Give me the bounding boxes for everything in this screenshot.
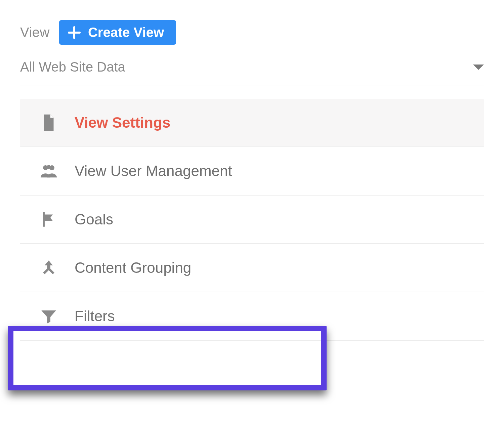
menu-item-view-user-management[interactable]: View User Management	[20, 147, 484, 196]
menu-item-label: View User Management	[75, 163, 232, 179]
menu-item-label: Goals	[75, 211, 113, 228]
menu-item-content-grouping[interactable]: Content Grouping	[20, 244, 484, 292]
section-label: View	[20, 25, 50, 40]
merge-icon	[39, 258, 58, 278]
caret-down-icon	[473, 65, 484, 70]
create-view-button[interactable]: Create View	[59, 20, 176, 45]
menu-item-label: View Settings	[75, 114, 170, 131]
menu-item-view-settings[interactable]: View Settings	[20, 99, 484, 147]
header-row: View Create View	[20, 20, 484, 45]
filter-icon	[39, 306, 58, 326]
menu-item-label: Filters	[75, 308, 115, 325]
plus-icon	[68, 26, 81, 39]
menu-item-label: Content Grouping	[75, 259, 191, 276]
view-selector-label: All Web Site Data	[20, 59, 125, 75]
view-admin-panel: View Create View All Web Site Data View …	[0, 0, 504, 341]
view-selector[interactable]: All Web Site Data	[20, 59, 484, 85]
file-icon	[39, 113, 58, 132]
view-settings-menu: View Settings View User Management G	[20, 99, 484, 341]
create-view-label: Create View	[88, 25, 164, 40]
people-icon	[39, 161, 58, 181]
svg-point-4	[47, 165, 51, 169]
menu-item-filters[interactable]: Filters	[20, 292, 484, 341]
flag-icon	[39, 210, 58, 229]
menu-item-goals[interactable]: Goals	[20, 196, 484, 244]
